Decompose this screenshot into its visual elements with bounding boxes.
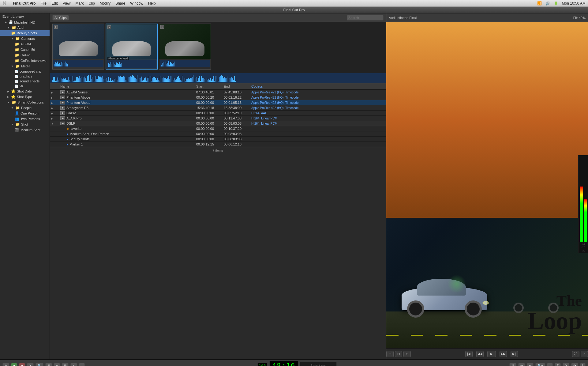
expand-cell[interactable]: ▶ <box>50 105 59 110</box>
sidebar-item-canon5d[interactable]: 📁 Canon 5d <box>0 47 50 52</box>
clip-name: Phantom Ahead <box>66 101 90 104</box>
apple-menu[interactable]: ⌘ <box>2 1 7 6</box>
sidebar-item-gopro[interactable]: 📁 GoPro <box>0 52 50 58</box>
playback-play[interactable]: ▶ <box>487 351 496 357</box>
sidebar-item-graphics[interactable]: 📄 graphics <box>0 74 50 79</box>
filmstrip-clip-selected[interactable]: ▶ Phantom Ahead <box>106 24 158 70</box>
clip-start: 00:00:00:00 <box>195 131 223 136</box>
tl-undo-btn[interactable]: ↩ <box>518 363 525 366</box>
sidebar-item-two-persons[interactable]: 👥 Two Persons <box>0 116 50 122</box>
sidebar-item-media[interactable]: ▼ 📁 Media <box>0 63 50 69</box>
filmstrip-clip[interactable]: ▶ <box>159 24 211 70</box>
share-menu[interactable]: Share <box>115 1 125 6</box>
sidebar-item-alexa[interactable]: 📁 ALEXA <box>0 41 50 47</box>
tl-btn-arrow[interactable]: ↖ <box>70 363 77 366</box>
tl-tools-btn[interactable]: ⚙ <box>509 363 516 366</box>
clip-row[interactable]: ▶ ▶ AJA KiPro 00:00:00:00 00:11:47:03 H.… <box>50 116 386 121</box>
sidebar-item-one-person[interactable]: 👤 One Person <box>0 111 50 116</box>
item-count: 7 items <box>50 147 386 153</box>
tl-btn-grid[interactable]: ⊞ <box>45 363 52 366</box>
app-name-menu[interactable]: Final Cut Pro <box>13 1 36 6</box>
all-clips-label[interactable]: All Clips <box>52 15 69 21</box>
sidebar-item-cameras[interactable]: ▼ 📁 Cameras <box>0 36 50 41</box>
file-menu[interactable]: File <box>41 1 47 6</box>
help-menu[interactable]: Help <box>148 1 156 6</box>
col-start[interactable]: Start <box>195 84 223 89</box>
expand-cell[interactable]: ▶ <box>50 116 59 121</box>
clip-row[interactable]: ▶ ▶ Phantom Above 00:00:00:20 00:02:16:2… <box>50 95 386 100</box>
preview-compare-btn[interactable]: ⊟ <box>395 351 402 357</box>
sidebar-item-beauty-shots[interactable]: 📁 Beauty Shots <box>0 30 50 36</box>
sidebar-item-audi[interactable]: ▼ 📁 Audi <box>0 25 50 30</box>
tl-info-btn[interactable]: ℹ <box>580 363 586 366</box>
preview-ext-btn[interactable]: ↗ <box>581 351 588 357</box>
col-codecs[interactable]: Codecs <box>250 84 386 89</box>
tl-btn-details[interactable]: ⊟ <box>62 363 69 366</box>
timecode-prefix: 100 <box>257 363 268 366</box>
preview-grid-btn[interactable]: ⊞ <box>386 351 394 357</box>
search-input[interactable] <box>347 15 384 21</box>
clip-row[interactable]: ▶ ▶ Steadycam R8 15:36:40:18 15:38:38:00… <box>50 105 386 111</box>
edit-menu[interactable]: Edit <box>51 1 58 6</box>
sidebar-item-macintosh-hd[interactable]: ▶ 💾 Macintosh HD <box>0 20 50 25</box>
mark-menu[interactable]: Mark <box>76 1 84 6</box>
expand-cell[interactable]: ▶ <box>50 100 59 105</box>
filmstrip-clip[interactable]: ▶ <box>52 24 104 70</box>
tl-color-btn[interactable]: ◑ <box>571 363 578 366</box>
wifi-icon: 📶 <box>537 1 542 6</box>
clip-subrow[interactable]: ● Beauty Shots 00:00:00:00 00:08:03:08 <box>50 137 386 142</box>
window-menu[interactable]: Window <box>130 1 143 6</box>
expand-cell[interactable]: ▶ <box>50 111 59 115</box>
clip-codec <box>250 144 386 145</box>
tl-btn-select[interactable]: ↕ <box>79 363 85 366</box>
sidebar-item-gopro-interviews[interactable]: 📁 GoPro Interviews <box>0 58 50 63</box>
expand-icon: ▼ <box>11 65 13 68</box>
tl-btn-search[interactable]: 🔍 <box>36 363 43 366</box>
col-name[interactable]: Name <box>59 84 195 89</box>
clip-row-group[interactable]: ▼ ▶ DSLR 00:00:00:00 00:08:03:08 H.264, … <box>50 121 386 126</box>
tl-audio-btn[interactable]: ♪ <box>547 363 553 366</box>
sidebar-item-medium-shot[interactable]: 🎬 Medium Shot <box>0 127 50 133</box>
tl-text-btn[interactable]: T <box>555 363 561 366</box>
clip-subrow[interactable]: ★ favorite 00:00:00:00 00:10:37:20 <box>50 126 386 131</box>
expand-cell[interactable]: ▼ <box>50 121 59 126</box>
main-area: Event Library ▶ 💾 Macintosh HD ▼ 📁 Audi … <box>0 13 588 359</box>
tl-btn-green[interactable]: ● <box>11 363 17 366</box>
clip-row-selected[interactable]: ▶ ▶ Phantom Ahead 00:00:00:00 00:01:05:1… <box>50 100 386 105</box>
tl-redo-btn[interactable]: ↪ <box>527 363 534 366</box>
sidebar-label: vtr <box>20 84 23 88</box>
playback-forward[interactable]: ▶▶ <box>500 351 507 357</box>
preview-zoom-btn[interactable]: □ <box>403 351 411 357</box>
sidebar-item-shot-date[interactable]: ▶ ⭐ Shot Date <box>0 89 50 94</box>
expand-cell[interactable]: ▶ <box>50 95 59 100</box>
sidebar-item-shot-type[interactable]: ▶ ⭐ Shot Type <box>0 94 50 100</box>
tl-btn-x[interactable]: ✕ <box>27 363 34 366</box>
sidebar-item-smart-collections[interactable]: ▼ 📁 Smart Collections <box>0 100 50 105</box>
preview-fullscreen-btn[interactable]: ⛶ <box>572 351 579 357</box>
sidebar-item-sound-effects[interactable]: 📄 sound effects <box>0 79 50 84</box>
preview-bg: The Loop <box>386 22 588 348</box>
sidebar-item-shot[interactable]: ▼ 📁 Shot <box>0 122 50 127</box>
expand-cell[interactable]: ▶ <box>50 90 59 95</box>
tl-btn-red[interactable]: ● <box>19 363 25 366</box>
tl-btn-import[interactable]: ⊕ <box>2 363 9 366</box>
playback-skip-forward[interactable]: ▶| <box>511 351 518 357</box>
sidebar-item-vtr[interactable]: 📄 vtr <box>0 84 50 89</box>
clip-row[interactable]: ▶ ▶ GoPro 00:00:00:00 00:05:52:19 H.264,… <box>50 111 386 116</box>
tl-btn-list[interactable]: ≡ <box>54 363 60 366</box>
clip-row[interactable]: ▶ ▶ ALEXA Sunset 07:30:46:01 07:45:08:16… <box>50 90 386 95</box>
view-menu[interactable]: View <box>63 1 71 6</box>
clip-name-cell: ● Beauty Shots <box>59 137 195 141</box>
col-end[interactable]: End <box>223 84 250 89</box>
tl-zoom-in[interactable]: 🔍+ <box>535 363 545 366</box>
playback-skip-back[interactable]: |◀ <box>465 351 473 357</box>
clip-menu[interactable]: Clip <box>88 1 95 6</box>
modify-menu[interactable]: Modify <box>100 1 110 6</box>
sidebar-item-people[interactable]: ▼ 📁 People <box>0 105 50 111</box>
playback-back[interactable]: ◀◀ <box>476 351 484 357</box>
clip-subrow[interactable]: ● Marker 1 00:06:12:15 00:06:12:16 <box>50 142 386 147</box>
clip-end: 00:10:37:20 <box>223 126 250 131</box>
clip-subrow[interactable]: ● Medium Shot, One Person 00:00:00:00 00… <box>50 131 386 137</box>
tl-fx-btn[interactable]: fx <box>563 363 569 366</box>
sidebar-item-composed-clip[interactable]: 📄 composed clip <box>0 69 50 74</box>
